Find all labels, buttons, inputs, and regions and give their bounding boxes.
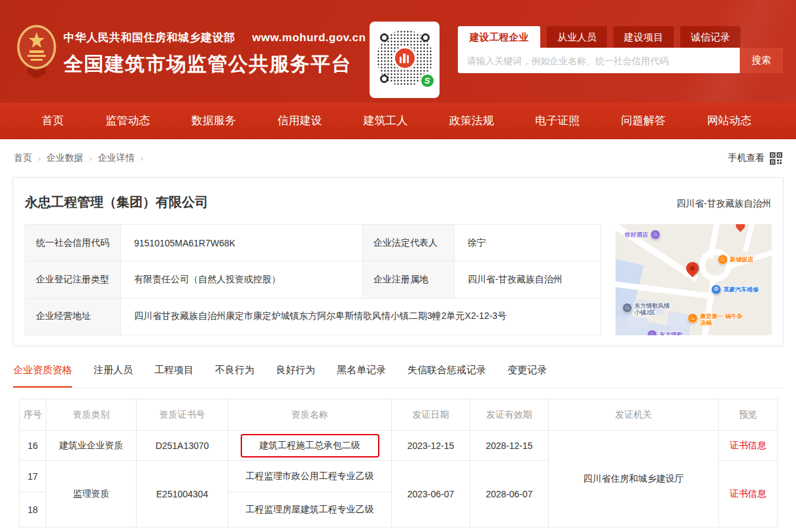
issuer-cell: 四川省住房和城乡建设厅 [549,431,719,527]
map-road [743,224,755,252]
search-tab-project[interactable]: 建设项目 [614,26,674,48]
qr-code-icon [770,152,782,165]
registration-place-value: 四川省-甘孜藏族自治州 [455,261,601,298]
qual-name-cell: 工程监理房屋建筑工程专业乙级 [228,492,392,527]
seq-cell: 17 [20,461,46,492]
tab-good-behavior[interactable]: 良好行为 [276,364,315,388]
company-region: 四川省-甘孜藏族自治州 [676,198,771,210]
platform-logo-icon [393,46,417,70]
map-poi-town-district: ⌂ 东方情歌风情 小镇2区 [622,303,676,316]
main-nav: 首页 监管动态 数据服务 信用建设 建筑工人 政策法规 电子证照 问题解答 网站… [0,103,796,139]
info-label: 企业注册属地 [363,261,455,298]
poi-label: 康定第一 锅牛杂汤锅 [700,313,743,326]
poi-label: 东方情歌 [659,331,683,335]
cert-info-link[interactable]: 证书信息 [730,440,767,450]
search-input[interactable] [458,48,740,73]
map-poi-car-repair: ⚙ 英豪汽车维修 [711,284,759,295]
nav-item-site-news[interactable]: 网站动态 [707,103,752,139]
info-label: 企业登记注册类型 [26,261,121,298]
valid-until-cell: 2028-06-07 [470,461,549,527]
company-card: 永忠工程管理（集团）有限公司 四川省-甘孜藏族自治州 统一社会信用代码 9151… [12,177,784,346]
breadcrumb: 首页 › 企业数据 › 企业详情 › [14,152,149,164]
breadcrumb-separator: › [38,154,41,163]
business-address-value: 四川省甘孜藏族自治州康定市康定炉城镇东方阿尔卑斯情歌风情小镇二期3幢2单元X2-… [121,298,601,335]
nav-item-data-service[interactable]: 数据服务 [192,103,236,139]
search-tab-credit[interactable]: 诚信记录 [680,26,740,48]
credit-code-value: 91510105MA61R7W68K [121,225,363,261]
col-category: 资质类别 [46,399,137,431]
qualification-table: 序号 资质类别 资质证书号 资质名称 发证日期 发证有效期 发证机关 预览 16… [19,399,778,527]
company-name: 永忠工程管理（集团）有限公司 [25,193,208,211]
issue-date-cell: 2023-06-07 [392,461,470,527]
col-issuer: 发证机关 [549,399,719,431]
tab-blacklist[interactable]: 黑名单记录 [337,364,386,388]
building-icon: ⌂ [647,329,657,335]
poi-label: 新城饭店 [730,256,753,263]
search-widget: 建设工程企业 从业人员 建设项目 诚信记录 搜索 [458,26,783,73]
tab-projects[interactable]: 工程项目 [154,364,194,388]
restaurant-icon: ♨ [718,254,728,265]
breadcrumb-enterprise-detail[interactable]: 企业详情 [98,152,135,164]
nav-item-e-license[interactable]: 电子证照 [535,103,580,139]
cert-no-cell: D251A13070 [137,431,228,461]
registration-type-value: 有限责任公司（自然人投资或控股） [121,261,363,298]
location-map[interactable]: ⌂ 你好酒店 ♨ 新城饭店 ⚙ 英豪汽车维修 ⌂ 东方情歌风情 小镇2区 ♨ [615,224,772,335]
search-tab-personnel[interactable]: 从业人员 [547,26,607,48]
valid-until-cell: 2028-12-15 [470,431,549,461]
website-url: www.mohurd.gov.cn [252,31,366,44]
col-qual-name: 资质名称 [228,399,392,431]
seq-cell: 16 [20,431,46,461]
nav-item-home[interactable]: 首页 [42,103,64,139]
breadcrumb-home[interactable]: 首页 [14,152,32,164]
map-poi-hotpot: ♨ 康定第一 锅牛杂汤锅 [687,313,743,326]
poi-label: 东方情歌风情 小镇2区 [634,303,676,316]
breadcrumb-separator: › [141,154,143,163]
poi-label: 你好酒店 [625,231,648,238]
nav-item-workers[interactable]: 建筑工人 [364,103,408,139]
tab-dishonesty-records[interactable]: 失信联合惩戒记录 [407,364,486,388]
category-cell: 建筑业企业资质 [46,431,137,461]
breadcrumb-bar: 首页 › 企业数据 › 企业详情 › 手机查看 [0,139,796,177]
page: 中华人民共和国住房和城乡建设部www.mohurd.gov.cn 全国建筑市场监… [0,0,796,532]
top-banner: 中华人民共和国住房和城乡建设部www.mohurd.gov.cn 全国建筑市场监… [0,0,796,103]
poi-label: 英豪汽车维修 [723,286,759,293]
map-poi-town: ⌂ 东方情歌 [647,329,683,335]
preview-cell: 证书信息 [719,431,778,461]
search-tab-enterprise[interactable]: 建设工程企业 [458,26,540,48]
nav-item-faq[interactable]: 问题解答 [621,103,666,139]
mobile-view-label: 手机查看 [728,152,765,164]
category-cell: 监理资质 [46,461,137,527]
map-marker-icon [734,224,747,232]
cert-no-cell: E251004304 [137,461,228,527]
issue-date-cell: 2023-12-15 [392,431,470,461]
section-tab-bar: 企业资质资格 注册人员 工程项目 不良行为 良好行为 黑名单记录 失信联合惩戒记… [13,364,783,388]
nav-item-supervision[interactable]: 监管动态 [105,103,150,139]
search-button[interactable]: 搜索 [740,48,783,73]
tab-registered-personnel[interactable]: 注册人员 [94,364,133,388]
col-valid-until: 发证有效期 [470,399,549,431]
seq-cell: 18 [20,492,46,527]
national-emblem-icon [17,24,56,81]
nav-item-credit[interactable]: 信用建设 [277,103,322,139]
breadcrumb-enterprise-data[interactable]: 企业数据 [46,152,83,164]
nav-item-policy[interactable]: 政策法规 [449,103,494,139]
table-header-row: 序号 资质类别 资质证书号 资质名称 发证日期 发证有效期 发证机关 预览 [20,399,778,431]
tab-qualifications[interactable]: 企业资质资格 [13,364,72,388]
mobile-view-button[interactable]: 手机查看 [728,152,782,165]
tab-change-records[interactable]: 变更记录 [508,364,547,388]
info-label: 企业经营地址 [26,298,121,335]
qual-name-cell: 工程监理市政公用工程专业乙级 [228,461,392,492]
ministry-name: 中华人民共和国住房和城乡建设部 [63,31,235,44]
cert-info-link[interactable]: 证书信息 [730,488,767,499]
tab-bad-behavior[interactable]: 不良行为 [215,364,254,388]
wechat-miniprogram-icon: S [420,73,435,88]
legal-person-value: 徐宁 [455,225,601,261]
qr-eye-icon [380,33,389,42]
table-row: 16 建筑业企业资质 D251A13070 建筑工程施工总承包二级 2023-1… [20,431,778,461]
preview-cell: 证书信息 [719,461,778,527]
map-poi-restaurant: ♨ 新城饭店 [718,254,753,265]
qual-name-cell: 建筑工程施工总承包二级 [228,431,392,461]
banner-subtitle: 中华人民共和国住房和城乡建设部www.mohurd.gov.cn [63,30,366,45]
col-cert-no: 资质证书号 [137,399,228,431]
breadcrumb-separator: › [89,154,92,163]
